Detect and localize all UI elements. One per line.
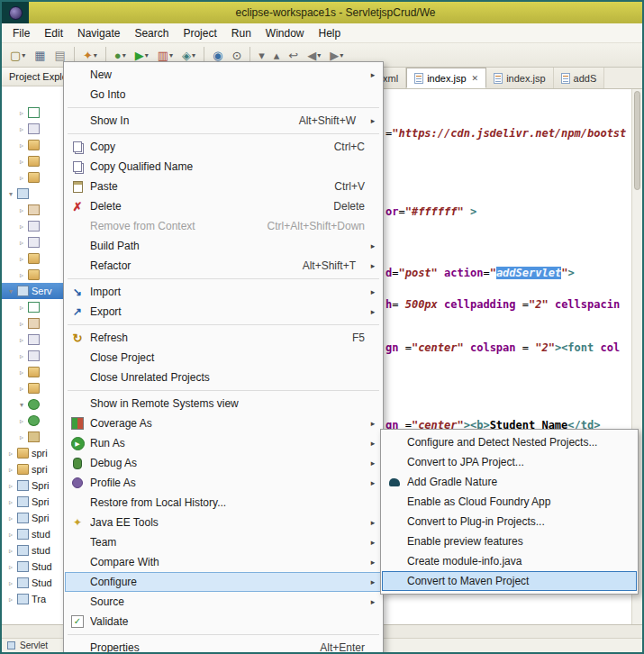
submenu-item-configure-and-detect-nested-projects[interactable]: Configure and Detect Nested Projects... [382,432,637,452]
context-menu-item-show-in[interactable]: Show InAlt+Shift+W▸ [65,111,382,131]
submenu-item-enable-preview-features[interactable]: Enable preview features [382,531,637,551]
expanded-arrow-icon[interactable]: ▾ [5,190,16,198]
collapsed-arrow-icon[interactable]: ▹ [16,433,27,441]
collapsed-arrow-icon[interactable]: ▹ [5,514,16,522]
dropdown-arrow-icon[interactable]: ▾ [22,51,25,59]
expanded-arrow-icon[interactable]: ▾ [5,287,16,295]
dropdown-arrow-icon[interactable]: ▾ [122,51,126,59]
collapsed-arrow-icon[interactable]: ▹ [5,498,16,506]
collapsed-arrow-icon[interactable]: ▹ [16,336,27,344]
context-menu-item-import[interactable]: Import▸ [65,282,382,302]
collapsed-arrow-icon[interactable]: ▹ [16,206,27,214]
context-menu-item-restore-from-local-history[interactable]: Restore from Local History... [65,493,382,513]
menu-project[interactable]: Project [176,24,223,42]
menubar: FileEditNavigateSearchProjectRunWindowHe… [2,23,642,43]
dropdown-arrow-icon[interactable]: ▾ [94,51,97,59]
submenu-item-add-gradle-nature[interactable]: Add Gradle Nature [382,472,637,492]
context-menu-item-close-project[interactable]: Close Project [65,348,382,368]
scrollbar-thumb[interactable] [634,91,640,190]
context-menu-item-copy-qualified-name[interactable]: Copy Qualified Name [65,157,382,177]
menu-navigate[interactable]: Navigate [70,24,127,42]
submenu-item-convert-to-jpa-project[interactable]: Convert to JPA Project... [382,452,637,472]
menu-run[interactable]: Run [224,24,259,42]
collapsed-arrow-icon[interactable]: ▹ [16,125,27,133]
dropdown-arrow-icon[interactable]: ▾ [317,51,321,59]
collapsed-arrow-icon[interactable]: ▹ [16,239,27,247]
context-menu-item-run-as[interactable]: Run As▸ [65,433,382,453]
titlebar[interactable]: eclipse-workspace1s - ServletjspCrud/We [2,2,642,23]
submenu-item-convert-to-plug-in-projects[interactable]: Convert to Plug-in Projects... [382,512,637,531]
context-menu-item-delete[interactable]: DeleteDelete [65,196,382,216]
menu-icon-blank [69,640,86,654]
context-menu-item-go-into[interactable]: Go Into [65,85,382,104]
menu-item-label: Restore from Local History... [90,496,377,509]
dropdown-arrow-icon[interactable]: ▾ [145,51,149,59]
context-menu-item-debug-as[interactable]: Debug As▸ [65,453,382,473]
submenu-item-create-module-info-java[interactable]: Create module-info.java [382,551,637,571]
close-tab-icon[interactable]: ✕ [472,74,479,83]
context-menu-item-build-path[interactable]: Build Path▸ [65,236,382,256]
context-menu-item-refresh[interactable]: RefreshF5 [65,328,382,348]
context-menu-item-properties[interactable]: PropertiesAlt+Enter [65,638,382,654]
dropdown-arrow-icon[interactable]: ▾ [169,51,173,59]
new-wizard-icon[interactable]: ▢▾ [6,45,29,65]
menu-help[interactable]: Help [312,24,349,42]
tab-index-jsp[interactable]: index.jsp [486,68,553,88]
jar-icon [28,237,40,248]
context-menu-item-team[interactable]: Team▸ [65,532,382,552]
collapsed-arrow-icon[interactable]: ▹ [16,174,27,182]
collapsed-arrow-icon[interactable]: ▹ [5,531,16,539]
collapsed-arrow-icon[interactable]: ▹ [5,466,16,474]
collapsed-arrow-icon[interactable]: ▹ [16,109,27,117]
context-menu-item-export[interactable]: Export▸ [65,302,382,322]
context-menu-item-coverage-as[interactable]: Coverage As▸ [65,413,382,433]
context-menu-item-copy[interactable]: CopyCtrl+C [65,137,382,157]
menu-item-label: Convert to Maven Project [407,575,632,587]
dropdown-arrow-icon[interactable]: ▾ [192,51,195,59]
menu-search[interactable]: Search [127,24,176,42]
menu-item-label: Team [90,536,368,549]
context-menu-item-show-in-remote-systems-view[interactable]: Show in Remote Systems view [65,394,382,413]
context-menu-item-java-ee-tools[interactable]: Java EE Tools▸ [65,513,382,532]
dropdown-arrow-icon[interactable]: ▾ [340,51,343,59]
tab-adds[interactable]: addS [554,68,605,88]
collapsed-arrow-icon[interactable]: ▹ [16,385,27,393]
tab-index-jsp[interactable]: index.jsp✕ [406,68,486,88]
collapsed-arrow-icon[interactable]: ▹ [5,579,16,587]
collapsed-arrow-icon[interactable]: ▹ [16,304,27,312]
submenu-item-enable-as-cloud-foundry-app[interactable]: Enable as Cloud Foundry App [382,492,637,512]
collapsed-arrow-icon[interactable]: ▹ [16,271,27,279]
submenu-item-convert-to-maven-project[interactable]: Convert to Maven Project [382,571,637,591]
expanded-arrow-icon[interactable]: ▾ [16,401,27,409]
collapsed-arrow-icon[interactable]: ▹ [16,320,27,328]
collapsed-arrow-icon[interactable]: ▹ [16,223,27,231]
menu-file[interactable]: File [5,24,37,42]
collapsed-arrow-icon[interactable]: ▹ [16,368,27,377]
collapsed-arrow-icon[interactable]: ▹ [16,352,27,360]
context-menu-item-validate[interactable]: Validate [65,612,382,631]
context-menu-item-source[interactable]: Source▸ [65,592,382,612]
collapsed-arrow-icon[interactable]: ▹ [5,482,16,490]
collapsed-arrow-icon[interactable]: ▹ [5,547,16,555]
context-menu-item-close-unrelated-projects[interactable]: Close Unrelated Projects [65,368,382,387]
submenu-arrow-icon: ▸ [368,261,377,270]
context-menu-item-new[interactable]: New▸ [65,65,382,85]
collapsed-arrow-icon[interactable]: ▹ [5,563,16,571]
context-menu-item-compare-with[interactable]: Compare With▸ [65,552,382,572]
context-menu-item-profile-as[interactable]: Profile As▸ [65,473,382,493]
collapsed-arrow-icon[interactable]: ▹ [16,417,27,425]
code-segment: gn [385,341,405,354]
save-icon[interactable]: ▦ [31,45,49,65]
collapsed-arrow-icon[interactable]: ▹ [16,158,27,166]
menu-window[interactable]: Window [259,24,312,42]
collapsed-arrow-icon[interactable]: ▹ [16,141,27,150]
menu-shortcut: Alt+Shift+W [299,114,368,127]
context-menu-item-configure[interactable]: Configure▸ [65,572,382,592]
menu-edit[interactable]: Edit [37,24,70,42]
context-menu-item-paste[interactable]: PasteCtrl+V [65,177,382,196]
collapsed-arrow-icon[interactable]: ▹ [5,595,16,604]
collapsed-arrow-icon[interactable]: ▹ [5,450,16,458]
context-menu-item-refactor[interactable]: RefactorAlt+Shift+T▸ [65,256,382,276]
xmldoc-icon [28,302,40,313]
collapsed-arrow-icon[interactable]: ▹ [16,255,27,263]
